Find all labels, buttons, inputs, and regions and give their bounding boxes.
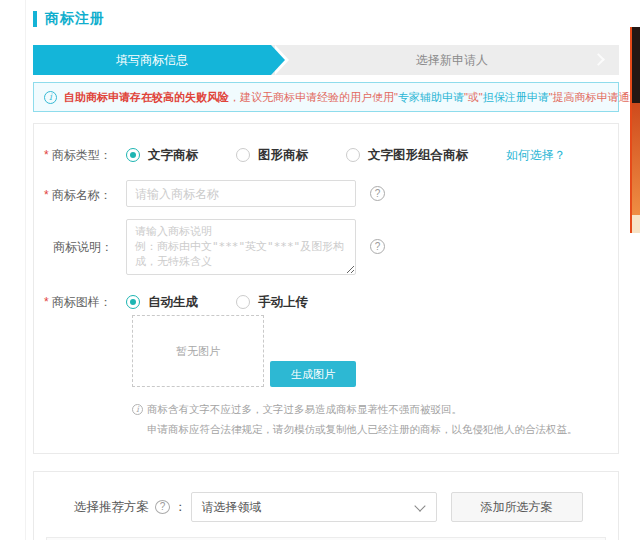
title-accent-bar: [33, 11, 37, 27]
required-asterisk: *: [44, 188, 49, 202]
no-image-text: 暂无图片: [176, 344, 220, 359]
radio-unchecked-icon[interactable]: [236, 295, 250, 309]
step-wizard: 填写商标信息 选择新申请人: [33, 45, 619, 75]
expert-assist-link[interactable]: 专家辅助申请: [398, 90, 464, 105]
trademark-desc-label: 商标说明：: [44, 219, 126, 275]
page-left-divider: [25, 0, 26, 540]
how-to-choose-link[interactable]: 如何选择？: [506, 147, 566, 164]
step2-label: 选择新申请人: [416, 52, 488, 69]
form-notes: i 商标含有文字不应过多，文字过多易造成商标显著性不强而被驳回。 申请商标应符合…: [132, 399, 604, 439]
trademark-image-row: *商标图样： 自动生成 手动上传: [44, 293, 604, 311]
ad-banner-bottom: [632, 215, 640, 233]
radio-unchecked-icon[interactable]: [236, 148, 250, 162]
step-fill-trademark-info[interactable]: 填写商标信息: [33, 45, 271, 75]
trademark-desc-textarea[interactable]: [126, 219, 356, 275]
required-asterisk: *: [44, 148, 49, 162]
trademark-type-row: *商标类型： 文字商标 图形商标 文字图形组合商标 如何选择？: [44, 146, 604, 164]
radio-checked-icon[interactable]: [126, 148, 140, 162]
radio-auto-generate[interactable]: 自动生成: [126, 294, 198, 311]
info-icon: i: [132, 404, 143, 415]
radio-unchecked-icon[interactable]: [346, 148, 360, 162]
generate-image-button[interactable]: 生成图片: [270, 361, 356, 387]
ad-banner-middle: [632, 103, 640, 215]
trademark-info-form: *商标类型： 文字商标 图形商标 文字图形组合商标 如何选择？: [33, 123, 619, 454]
recommend-plan-section: 选择推荐方案 ? ： 请选择领域 添加所选方案 常用商标类别： 暂无商标类别: [33, 471, 619, 540]
info-icon: i: [44, 91, 57, 104]
note-line-1: i 商标含有文字不应过多，文字过多易造成商标显著性不强而被驳回。: [132, 399, 604, 419]
trademark-image-label: *商标图样：: [44, 293, 126, 311]
radio-checked-icon[interactable]: [126, 295, 140, 309]
alert-text-1: ，建议无商标申请经验的用户使用": [229, 90, 398, 105]
radio-text-trademark[interactable]: 文字商标: [126, 147, 198, 164]
note-line-2: 申请商标应符合法律规定，请勿模仿或复制他人已经注册的商标，以免侵犯他人的合法权益…: [147, 419, 604, 439]
plan-select-label: 选择推荐方案 ? ：: [74, 499, 187, 516]
trademark-name-input[interactable]: [126, 180, 356, 207]
side-ad-banner[interactable]: [630, 27, 640, 233]
guaranteed-registration-link[interactable]: 担保注册申请: [483, 90, 549, 105]
domain-select[interactable]: 请选择领域: [191, 492, 437, 522]
trademark-type-label: *商标类型：: [44, 146, 126, 164]
add-selected-plan-button[interactable]: 添加所选方案: [451, 492, 583, 522]
alert-text-2: "或": [464, 90, 483, 105]
radio-combined-trademark[interactable]: 文字图形组合商标: [346, 147, 468, 164]
trademark-registration-page: 商标注册 填写商标信息 选择新申请人 i 自助商标申请存在较高的失败风险 ，建议…: [33, 10, 619, 540]
help-icon[interactable]: ?: [370, 186, 385, 201]
page-title: 商标注册: [33, 10, 619, 28]
alert-text-3: "提高商标申请通过率: [549, 90, 640, 105]
chevron-right-icon: [592, 53, 605, 66]
required-asterisk: *: [44, 295, 49, 309]
trademark-name-row: *商标名称： ?: [44, 180, 604, 207]
radio-image-trademark[interactable]: 图形商标: [236, 147, 308, 164]
radio-manual-upload[interactable]: 手动上传: [236, 294, 308, 311]
plan-select-row: 选择推荐方案 ? ： 请选择领域 添加所选方案: [46, 492, 606, 522]
step-select-applicant[interactable]: 选择新申请人: [271, 45, 619, 75]
alert-bold-text: 自助商标申请存在较高的失败风险: [64, 90, 229, 105]
domain-select-value: 请选择领域: [202, 499, 262, 516]
trademark-desc-row: 商标说明： ?: [44, 219, 604, 275]
trademark-name-label: *商标名称：: [44, 180, 126, 207]
image-preview-area: 暂无图片 生成图片: [132, 315, 604, 387]
risk-warning-alert: i 自助商标申请存在较高的失败风险 ，建议无商标申请经验的用户使用" 专家辅助申…: [33, 82, 619, 112]
help-icon[interactable]: ?: [370, 239, 385, 254]
image-preview-placeholder: 暂无图片: [132, 315, 264, 387]
chevron-down-icon: [414, 500, 425, 511]
help-icon[interactable]: ?: [155, 500, 170, 514]
step1-label: 填写商标信息: [116, 52, 188, 69]
ad-banner-top: [632, 27, 640, 103]
page-title-text: 商标注册: [45, 10, 105, 28]
